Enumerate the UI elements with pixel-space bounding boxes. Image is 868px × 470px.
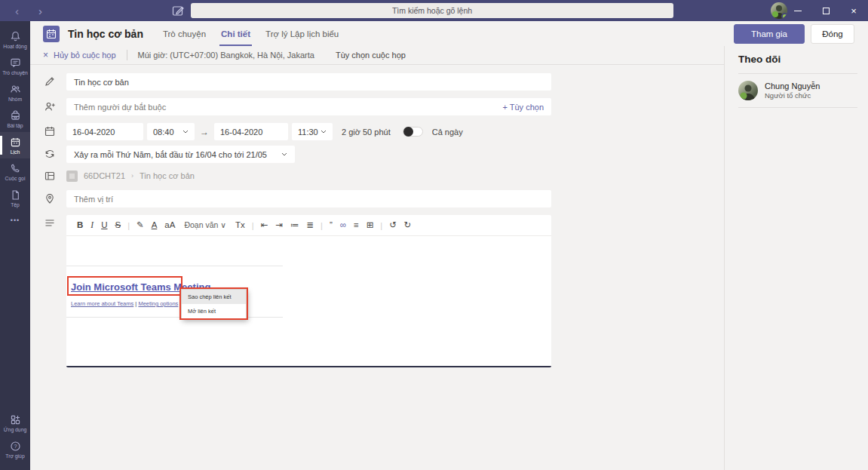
sidebar-item-teams[interactable]: Nhóm: [0, 79, 30, 106]
location-input[interactable]: Thêm vị trí: [66, 190, 551, 207]
duration-label: 2 giờ 50 phút: [342, 127, 391, 137]
description-editor[interactable]: BIUS|✎AaAĐoạn văn ∨Tx|⇤⇥≔≣|”∞≡⊞|↺↻ Join …: [66, 215, 551, 367]
start-time-select[interactable]: 08:40: [147, 123, 195, 140]
editor-link-button[interactable]: ∞: [336, 219, 350, 232]
editor-quote-button[interactable]: ”: [326, 219, 336, 232]
sidebar-item-apps[interactable]: Ứng dụng: [0, 410, 30, 436]
context-menu-open-link[interactable]: Mở liên kết: [182, 304, 246, 318]
datetime-row: 16-04-2020 08:40 → 16-04-2020 11:30 2 gi…: [66, 123, 463, 140]
organizer-role: Người tổ chức: [765, 91, 820, 100]
editor-outdent-button[interactable]: ⇤: [257, 219, 272, 232]
join-button[interactable]: Tham gia: [734, 24, 805, 44]
all-day-label: Cả ngày: [432, 127, 463, 137]
editor-underline-button[interactable]: U: [97, 219, 111, 232]
editor-paragraph-style-button[interactable]: Đoạn văn ∨: [179, 219, 232, 232]
teams-people-icon: [9, 83, 22, 96]
meeting-options-button[interactable]: Tùy chọn cuộc họp: [336, 51, 406, 60]
editor-sep-2: |: [252, 221, 254, 230]
meeting-options-link[interactable]: Meeting options: [138, 300, 178, 307]
editor-numbered-list-button[interactable]: ≣: [302, 219, 317, 232]
sidebar-item-help[interactable]: ? Trợ giúp: [0, 436, 30, 462]
close-window-button[interactable]: ×: [842, 0, 865, 21]
arrow-right-icon: →: [200, 127, 209, 137]
editor-bold-button[interactable]: B: [73, 219, 87, 232]
editor-sep-3: |: [321, 221, 323, 230]
compose-icon[interactable]: [171, 4, 185, 17]
sidebar-item-activity[interactable]: Hoạt động: [0, 26, 30, 53]
timezone-selector[interactable]: Múi giờ: (UTC+07:00) Bangkok, Hà Nội, Ja…: [138, 51, 314, 60]
team-name: 66DCHT21: [84, 171, 125, 180]
end-time-select[interactable]: 11:30: [292, 123, 333, 140]
invite-divider: [66, 266, 283, 266]
meeting-form: Tin học cơ bản Thêm người dự bắt buộc + …: [30, 65, 724, 470]
editor-redo-button[interactable]: ↻: [400, 219, 416, 232]
user-avatar[interactable]: [771, 2, 787, 19]
channel-name: Tin học cơ bản: [140, 171, 195, 180]
tab-details[interactable]: Chi tiết: [213, 21, 258, 46]
recurrence-icon: [44, 148, 56, 160]
context-menu-copy-link[interactable]: Sao chép liên kết: [182, 290, 246, 304]
minimize-button[interactable]: [787, 0, 809, 21]
editor-insert-table-button[interactable]: ⊞: [363, 219, 378, 232]
editor-undo-button[interactable]: ↺: [385, 219, 400, 232]
forward-icon[interactable]: ›: [38, 5, 42, 17]
chevron-down-icon: [182, 130, 189, 134]
editor-body[interactable]: Join Microsoft Teams Meeting Learn more …: [66, 236, 551, 364]
location-pin-icon: [44, 192, 56, 204]
all-day-toggle[interactable]: [403, 127, 423, 137]
tracking-panel-title: Theo dõi: [738, 54, 857, 65]
invite-footer-links: Learn more about Teams | Meeting options: [71, 300, 178, 307]
organizer-row[interactable]: Chung Nguyễn Người tổ chức: [738, 81, 857, 100]
file-icon: [9, 189, 22, 201]
end-date-input[interactable]: 16-04-2020: [214, 123, 288, 140]
recurrence-select[interactable]: Xảy ra mỗi Thứ Năm, bắt đầu từ 16/04 cho…: [66, 146, 295, 163]
editor-horizontal-rule-button[interactable]: ≡: [350, 219, 363, 232]
tab-chat[interactable]: Trò chuyện: [155, 21, 213, 46]
sidebar-item-calendar[interactable]: Lịch: [0, 132, 30, 158]
editor-strikethrough-button[interactable]: S: [111, 219, 124, 232]
search-input[interactable]: Tìm kiếm hoặc gõ lệnh: [191, 3, 673, 18]
help-circle-icon: ?: [9, 440, 22, 453]
team-avatar-icon: [66, 170, 78, 182]
edit-pencil-icon: [44, 75, 56, 88]
meeting-header: Tin học cơ bản Trò chuyện Chi tiết Trợ l…: [30, 21, 868, 46]
start-date-input[interactable]: 16-04-2020: [66, 123, 143, 140]
editor-sep-4: |: [380, 221, 382, 230]
editor-indent-button[interactable]: ⇥: [271, 219, 287, 232]
close-button[interactable]: Đóng: [811, 24, 854, 44]
search-placeholder: Tìm kiếm hoặc gõ lệnh: [392, 6, 472, 15]
editor-font-size-button[interactable]: aA: [161, 219, 179, 232]
back-icon[interactable]: ‹: [15, 5, 19, 17]
editor-highlight-button[interactable]: ✎: [133, 219, 148, 232]
bell-icon: [9, 30, 22, 43]
editor-clear-format-button[interactable]: Tx: [232, 219, 249, 232]
sidebar-item-assignments[interactable]: Bài tập: [0, 106, 30, 132]
editor-toolbar: BIUS|✎AaAĐoạn văn ∨Tx|⇤⇥≔≣|”∞≡⊞|↺↻: [66, 215, 551, 236]
sidebar-item-calls[interactable]: Cuộc gọi: [0, 158, 30, 185]
cancel-meeting-button[interactable]: × Hủy bỏ cuộc họp: [43, 50, 116, 60]
cancel-x-icon: ×: [43, 50, 48, 60]
editor-italic-button[interactable]: I: [87, 219, 97, 232]
sidebar-more-icon[interactable]: •••: [0, 211, 30, 229]
maximize-button[interactable]: [814, 0, 837, 21]
link-context-menu: Sao chép liên kết Mở liên kết: [181, 289, 247, 319]
editor-bullet-list-button[interactable]: ≔: [287, 219, 303, 232]
learn-more-link[interactable]: Learn more about Teams: [71, 300, 133, 307]
teams-window: ‹ › Tìm kiếm hoặc gõ lệnh × Hoạt động: [0, 0, 868, 470]
organizer-name: Chung Nguyễn: [765, 81, 820, 91]
calendar-icon: [9, 136, 22, 149]
chat-icon: [9, 57, 22, 69]
add-attendees-icon: [44, 100, 56, 112]
sidebar-item-files[interactable]: Tệp: [0, 185, 30, 211]
date-calendar-icon: [44, 125, 56, 137]
editor-font-color-button[interactable]: A: [148, 219, 161, 232]
meeting-title-input[interactable]: Tin học cơ bản: [66, 73, 551, 91]
channel-icon: [44, 170, 56, 182]
meeting-calendar-badge-icon: [43, 26, 60, 42]
tab-scheduling-assistant[interactable]: Trợ lý Lập lịch biểu: [258, 21, 346, 46]
add-optional-attendees-link[interactable]: + Tùy chọn: [502, 103, 544, 112]
sidebar-item-chat[interactable]: Trò chuyện: [0, 53, 30, 79]
meeting-tabs: Trò chuyện Chi tiết Trợ lý Lập lịch biểu: [155, 21, 346, 46]
attendees-input[interactable]: Thêm người dự bắt buộc + Tùy chọn: [66, 98, 551, 115]
meeting-toolbar: × Hủy bỏ cuộc họp Múi giờ: (UTC+07:00) B…: [30, 46, 724, 65]
